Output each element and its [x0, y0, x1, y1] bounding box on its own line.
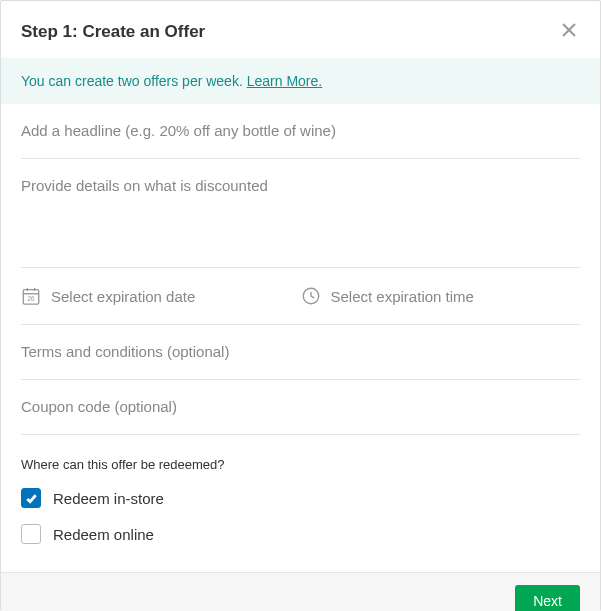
- clock-icon: [301, 286, 321, 306]
- close-button[interactable]: [558, 19, 580, 44]
- redeem-online-checkbox[interactable]: [21, 524, 41, 544]
- info-banner: You can create two offers per week. Lear…: [1, 58, 600, 104]
- redeem-in-store-row[interactable]: Redeem in-store: [21, 488, 580, 508]
- terms-input[interactable]: [21, 343, 580, 360]
- close-icon: [562, 23, 576, 40]
- expiration-date-input[interactable]: [51, 288, 301, 305]
- calendar-icon: 26: [21, 286, 41, 306]
- terms-field: [21, 325, 580, 380]
- info-banner-text: You can create two offers per week.: [21, 73, 247, 89]
- redeem-online-label: Redeem online: [53, 526, 154, 543]
- modal-header: Step 1: Create an Offer: [1, 1, 600, 58]
- details-field: [21, 159, 580, 268]
- redeem-online-row[interactable]: Redeem online: [21, 524, 580, 544]
- details-textarea[interactable]: [21, 177, 580, 255]
- next-button[interactable]: Next: [515, 585, 580, 611]
- headline-input[interactable]: [21, 122, 580, 139]
- create-offer-modal: Step 1: Create an Offer You can create t…: [0, 0, 601, 611]
- headline-field: [21, 104, 580, 159]
- expiration-time-field[interactable]: [301, 268, 581, 324]
- step-title: Step 1: Create an Offer: [21, 22, 205, 42]
- redeem-title: Where can this offer be redeemed?: [21, 457, 580, 472]
- expiration-time-input[interactable]: [331, 288, 581, 305]
- redeem-in-store-checkbox[interactable]: [21, 488, 41, 508]
- redeem-section: Where can this offer be redeemed? Redeem…: [21, 435, 580, 572]
- svg-text:26: 26: [27, 295, 35, 302]
- form-body: 26 Where can this offe: [1, 104, 600, 572]
- expiration-date-field[interactable]: 26: [21, 268, 301, 324]
- date-time-row: 26: [21, 268, 580, 325]
- coupon-field: [21, 380, 580, 435]
- learn-more-link[interactable]: Learn More.: [247, 73, 322, 89]
- modal-footer: Next: [1, 572, 600, 611]
- coupon-input[interactable]: [21, 398, 580, 415]
- redeem-in-store-label: Redeem in-store: [53, 490, 164, 507]
